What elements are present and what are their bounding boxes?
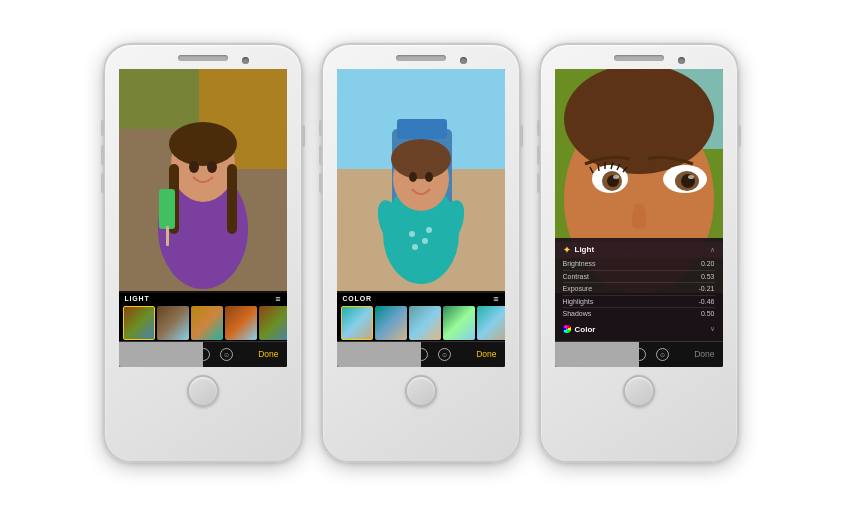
highlights-label: Highlights bbox=[563, 298, 594, 305]
speaker-3 bbox=[614, 55, 664, 61]
filter-thumb-2-2[interactable] bbox=[375, 306, 407, 340]
sun-icon: ✦ bbox=[563, 245, 571, 255]
exposure-label: Exposure bbox=[563, 285, 593, 292]
screen-buttons-1: Cancel ⊡ ⊙ Done bbox=[119, 341, 287, 367]
volume-down-btn[interactable] bbox=[101, 145, 104, 165]
camera-icon-1[interactable]: ⊙ bbox=[220, 348, 233, 361]
toolbar-icons-2: ⊡ ⊙ bbox=[397, 348, 451, 361]
camera-dot-3 bbox=[678, 57, 685, 64]
photo-popsicle bbox=[119, 69, 287, 293]
filter-strip-2[interactable] bbox=[337, 304, 505, 342]
chevron-down-icon[interactable]: ∨ bbox=[710, 325, 715, 333]
svg-point-39 bbox=[688, 175, 694, 179]
volume-down-btn2-3[interactable] bbox=[537, 173, 540, 193]
mode-label-2: COLOR bbox=[343, 295, 372, 302]
done-button-3: Done bbox=[694, 349, 714, 359]
screen-2: COLOR ≡ Cancel ⊡ bbox=[337, 69, 505, 367]
adjustments-panel: ✦ Light ∧ Brightness 0.20 Contrast 0.53 bbox=[555, 238, 723, 341]
svg-rect-8 bbox=[159, 189, 175, 229]
svg-point-5 bbox=[169, 122, 237, 166]
strip-label-1: LIGHT ≡ bbox=[119, 291, 287, 304]
light-label: Light bbox=[575, 245, 595, 254]
screen-buttons-2: Cancel ⊡ ⊙ Done bbox=[337, 341, 505, 367]
list-icon-1[interactable]: ≡ bbox=[275, 294, 280, 304]
color-section-header[interactable]: Color ∨ bbox=[555, 322, 723, 337]
volume-up-btn-3[interactable] bbox=[537, 120, 540, 136]
photo-telescope bbox=[337, 69, 505, 293]
photo-svg-1 bbox=[119, 69, 287, 293]
filter-thumb-2-1[interactable] bbox=[341, 306, 373, 340]
volume-down-btn2[interactable] bbox=[101, 173, 104, 193]
svg-rect-2 bbox=[119, 69, 199, 129]
chevron-up-icon[interactable]: ∧ bbox=[710, 246, 715, 254]
home-button-3[interactable] bbox=[623, 375, 655, 407]
volume-down-btn-2[interactable] bbox=[319, 145, 322, 165]
circle-icon-1[interactable] bbox=[197, 348, 210, 361]
power-btn-2[interactable] bbox=[520, 125, 523, 147]
svg-point-22 bbox=[409, 172, 417, 182]
power-btn-3[interactable] bbox=[738, 125, 741, 147]
power-btn[interactable] bbox=[302, 125, 305, 147]
strip-label-2: COLOR ≡ bbox=[337, 291, 505, 304]
svg-point-11 bbox=[207, 161, 217, 173]
toolbar-2: COLOR ≡ Cancel ⊡ bbox=[337, 291, 505, 367]
list-icon-2[interactable]: ≡ bbox=[493, 294, 498, 304]
brightness-row: Brightness 0.20 bbox=[555, 258, 723, 270]
contrast-row: Contrast 0.53 bbox=[555, 270, 723, 282]
iphone-3: ✦ Light ∧ Brightness 0.20 Contrast 0.53 bbox=[539, 43, 739, 463]
filter-thumb-2[interactable] bbox=[157, 306, 189, 340]
filter-thumb-2-5[interactable] bbox=[477, 306, 505, 340]
filter-thumb-2-3[interactable] bbox=[409, 306, 441, 340]
svg-point-25 bbox=[422, 238, 428, 244]
camera-icon-2[interactable]: ⊙ bbox=[438, 348, 451, 361]
color-label: Color bbox=[575, 325, 596, 334]
half-circle-3 bbox=[555, 342, 639, 367]
half-circle-1 bbox=[119, 342, 203, 367]
mode-label-1: LIGHT bbox=[125, 295, 150, 302]
speaker bbox=[178, 55, 228, 61]
screen-buttons-3: Cancel ⊡ ⊙ Done bbox=[555, 341, 723, 367]
circle-icon-2[interactable] bbox=[415, 348, 428, 361]
contrast-value: 0.53 bbox=[701, 273, 715, 280]
volume-up-btn[interactable] bbox=[101, 120, 104, 136]
svg-point-24 bbox=[409, 231, 415, 237]
phones-container: LIGHT ≡ Cancel ⊡ bbox=[93, 33, 749, 473]
volume-down-btn-3[interactable] bbox=[537, 145, 540, 165]
done-button-1[interactable]: Done bbox=[258, 349, 278, 359]
brightness-label: Brightness bbox=[563, 260, 596, 267]
svg-point-26 bbox=[412, 244, 418, 250]
speaker-2 bbox=[396, 55, 446, 61]
svg-point-35 bbox=[613, 175, 619, 179]
filter-thumb-3[interactable] bbox=[191, 306, 223, 340]
filter-strip-1[interactable] bbox=[119, 304, 287, 342]
toolbar-icons-3: ⊡ ⊙ bbox=[615, 348, 669, 361]
circle-icon-3[interactable] bbox=[633, 348, 646, 361]
screen-3: ✦ Light ∧ Brightness 0.20 Contrast 0.53 bbox=[555, 69, 723, 367]
highlights-value: -0.46 bbox=[699, 298, 715, 305]
home-button-2[interactable] bbox=[405, 375, 437, 407]
iphone-1: LIGHT ≡ Cancel ⊡ bbox=[103, 43, 303, 463]
shadows-row: Shadows 0.50 bbox=[555, 308, 723, 320]
volume-down-btn2-2[interactable] bbox=[319, 173, 322, 193]
shadows-label: Shadows bbox=[563, 310, 592, 317]
filter-thumb-4[interactable] bbox=[225, 306, 257, 340]
volume-up-btn-2[interactable] bbox=[319, 120, 322, 136]
exposure-value: -0.21 bbox=[699, 285, 715, 292]
shadows-value: 0.50 bbox=[701, 310, 715, 317]
filter-thumb-1[interactable] bbox=[123, 306, 155, 340]
photo-svg-2 bbox=[337, 69, 505, 293]
svg-point-27 bbox=[426, 227, 432, 233]
contrast-label: Contrast bbox=[563, 273, 589, 280]
camera-dot-2 bbox=[460, 57, 467, 64]
svg-point-31 bbox=[564, 69, 714, 174]
filter-thumb-5[interactable] bbox=[259, 306, 287, 340]
screen-1: LIGHT ≡ Cancel ⊡ bbox=[119, 69, 287, 367]
done-button-2[interactable]: Done bbox=[476, 349, 496, 359]
light-section-header[interactable]: ✦ Light ∧ bbox=[555, 242, 723, 258]
camera-icon-3[interactable]: ⊙ bbox=[656, 348, 669, 361]
camera-dot bbox=[242, 57, 249, 64]
toolbar-icons-1: ⊡ ⊙ bbox=[179, 348, 233, 361]
home-button-1[interactable] bbox=[187, 375, 219, 407]
filter-thumb-2-4[interactable] bbox=[443, 306, 475, 340]
color-section-title: Color bbox=[563, 325, 596, 334]
